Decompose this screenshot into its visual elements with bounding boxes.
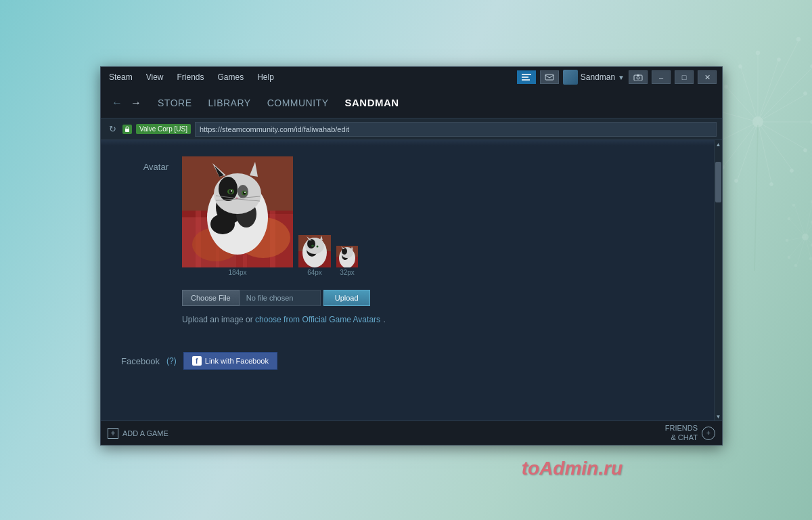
avatar-large-wrapper: 184px bbox=[182, 156, 293, 276]
svg-point-84 bbox=[244, 192, 246, 193]
scrollbar-down-arrow[interactable]: ▼ bbox=[715, 412, 723, 420]
svg-rect-51 bbox=[522, 74, 531, 75]
svg-rect-53 bbox=[522, 79, 530, 81]
svg-rect-55 bbox=[634, 75, 642, 81]
file-name-display: No file chosen bbox=[240, 290, 321, 306]
facebook-section: Facebook (?) f Link with Facebook bbox=[121, 352, 694, 370]
refresh-button[interactable]: ↻ bbox=[106, 124, 118, 134]
steam-icon-button[interactable] bbox=[517, 70, 536, 84]
upload-instructions: Upload an image or choose from Official … bbox=[182, 313, 694, 325]
official-avatars-link[interactable]: choose from Official Game Avatars bbox=[255, 315, 380, 324]
user-menu[interactable]: Sandman ▼ bbox=[563, 70, 625, 85]
plus-icon: + bbox=[108, 428, 118, 439]
friends-chat-icon: + bbox=[702, 427, 715, 440]
avatar-image-medium bbox=[298, 235, 331, 267]
title-bar-right: Sandman ▼ – □ ✕ bbox=[517, 70, 717, 85]
menu-steam[interactable]: Steam bbox=[106, 71, 135, 83]
avatar-section: Avatar bbox=[121, 156, 694, 276]
nav-sandman[interactable]: SANDMAN bbox=[336, 87, 407, 118]
friends-chat-button[interactable]: FRIENDS& CHAT + bbox=[665, 424, 715, 441]
svg-rect-52 bbox=[522, 77, 528, 78]
scrollbar-track bbox=[715, 148, 722, 412]
content-area: Avatar bbox=[101, 140, 722, 420]
avatar-label: Avatar bbox=[121, 156, 168, 172]
svg-point-83 bbox=[231, 190, 232, 192]
facebook-label: Facebook bbox=[121, 356, 160, 366]
lock-icon bbox=[122, 125, 132, 134]
upload-button[interactable]: Upload bbox=[323, 290, 370, 306]
main-content: Avatar bbox=[101, 140, 714, 420]
link-facebook-button[interactable]: f Link with Facebook bbox=[183, 352, 277, 370]
friends-chat-label: FRIENDS& CHAT bbox=[665, 424, 698, 441]
avatar-small-wrapper: 32px bbox=[336, 246, 358, 276]
nav-store[interactable]: STORE bbox=[150, 87, 200, 118]
nav-library[interactable]: LIBRARY bbox=[200, 87, 258, 118]
title-bar-left: Steam View Friends Games Help bbox=[106, 71, 277, 83]
scrollbar-thumb[interactable] bbox=[715, 162, 721, 202]
mail-button[interactable] bbox=[540, 70, 559, 84]
svg-point-95 bbox=[307, 239, 315, 248]
bottom-bar: + ADD A GAME FRIENDS& CHAT + bbox=[101, 420, 722, 445]
menu-games[interactable]: Games bbox=[215, 71, 247, 83]
svg-rect-57 bbox=[637, 74, 639, 76]
upload-text-before: Upload an image or bbox=[182, 315, 255, 324]
facebook-help-icon[interactable]: (?) bbox=[166, 356, 177, 366]
svg-rect-58 bbox=[125, 129, 129, 132]
menu-friends[interactable]: Friends bbox=[174, 71, 206, 83]
avatar-size-medium-label: 64px bbox=[298, 269, 331, 276]
user-dropdown-arrow: ▼ bbox=[618, 74, 625, 81]
menu-view[interactable]: View bbox=[143, 71, 166, 83]
facebook-logo-icon: f bbox=[192, 356, 202, 366]
svg-point-99 bbox=[317, 246, 319, 248]
nav-bar: ← → STORE LIBRARY COMMUNITY SANDMAN bbox=[101, 87, 722, 118]
avatar-size-small-label: 32px bbox=[336, 269, 358, 276]
close-button[interactable]: ✕ bbox=[698, 70, 717, 84]
back-arrow[interactable]: ← bbox=[109, 95, 125, 110]
address-bar: ↻ Valve Corp [US] https://steamcommunity… bbox=[101, 118, 722, 140]
upload-text-after: . bbox=[384, 315, 386, 324]
url-display[interactable]: https://steamcommunity.com/id/faliwahab/… bbox=[195, 122, 717, 137]
menu-help[interactable]: Help bbox=[254, 71, 277, 83]
title-bar: Steam View Friends Games Help bbox=[101, 67, 722, 87]
svg-point-81 bbox=[229, 190, 233, 194]
svg-point-56 bbox=[637, 77, 639, 79]
avatar-image-small bbox=[336, 246, 358, 267]
scrollbar[interactable]: ▲ ▼ bbox=[714, 140, 722, 420]
nav-community[interactable]: COMMUNITY bbox=[259, 87, 337, 118]
minimize-button[interactable]: – bbox=[652, 70, 671, 84]
svg-point-72 bbox=[210, 214, 235, 234]
user-avatar-tiny bbox=[563, 70, 578, 85]
screenshot-button[interactable] bbox=[629, 70, 648, 84]
add-game-button[interactable]: + ADD A GAME bbox=[108, 428, 168, 439]
avatar-size-large-label: 184px bbox=[182, 269, 293, 276]
avatar-image-large bbox=[182, 156, 293, 267]
choose-file-button[interactable]: Choose File bbox=[182, 290, 240, 306]
svg-point-98 bbox=[311, 245, 314, 247]
user-name-label: Sandman bbox=[581, 72, 615, 82]
file-input-row: Choose File No file chosen Upload bbox=[182, 290, 694, 306]
upload-section: Choose File No file chosen Upload Upload… bbox=[182, 290, 694, 325]
facebook-btn-label: Link with Facebook bbox=[205, 357, 269, 365]
svg-rect-54 bbox=[545, 74, 554, 80]
avatar-images-container: 184px bbox=[182, 156, 358, 276]
valve-badge: Valve Corp [US] bbox=[136, 124, 191, 134]
avatar-medium-wrapper: 64px bbox=[298, 235, 331, 276]
steam-window: Steam View Friends Games Help bbox=[100, 66, 723, 446]
nav-arrows: ← → bbox=[109, 95, 144, 110]
forward-arrow[interactable]: → bbox=[128, 95, 144, 110]
maximize-button[interactable]: □ bbox=[675, 70, 694, 84]
add-game-label: ADD A GAME bbox=[122, 429, 168, 437]
scrollbar-up-arrow[interactable]: ▲ bbox=[715, 140, 723, 148]
